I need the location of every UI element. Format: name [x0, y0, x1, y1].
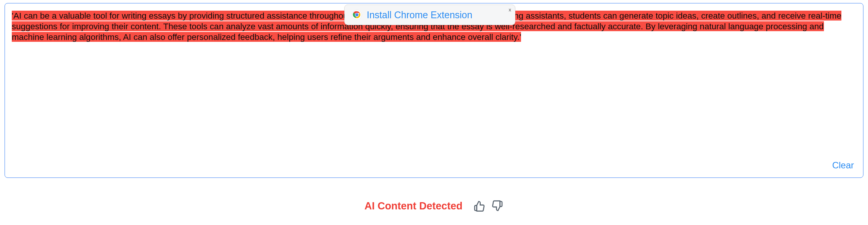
svg-point-2: [355, 13, 358, 16]
chrome-icon: [352, 10, 362, 20]
feedback-thumbs-group: [473, 200, 504, 212]
detection-status-text: AI Content Detected: [364, 200, 463, 212]
clear-button[interactable]: Clear: [832, 160, 854, 171]
thumbs-up-icon[interactable]: [473, 200, 485, 212]
chrome-extension-popup[interactable]: Install Chrome Extension x: [344, 5, 515, 25]
thumbs-down-icon[interactable]: [491, 200, 504, 212]
detection-result-bar: AI Content Detected: [0, 200, 868, 212]
close-icon[interactable]: x: [509, 7, 512, 13]
extension-install-label: Install Chrome Extension: [367, 10, 472, 21]
text-editor-box[interactable]: 'AI can be a valuable tool for writing e…: [5, 3, 863, 178]
